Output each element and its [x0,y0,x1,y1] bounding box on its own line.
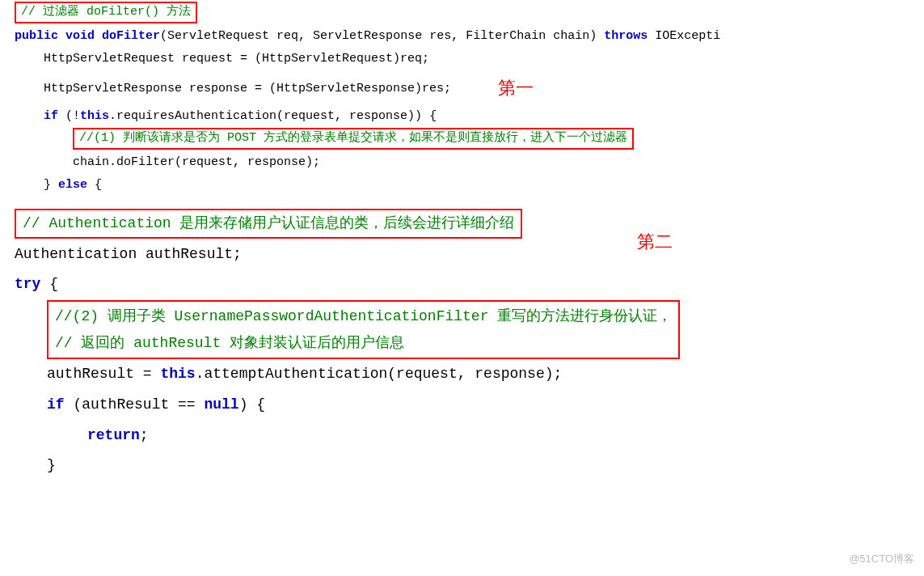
comment-text: //(2) 调用子类 UsernamePasswordAuthenticatio… [55,308,672,324]
code-line: HttpServletResponse response = (HttpServ… [15,71,909,105]
code-line: if (!this.requiresAuthentication(request… [15,105,909,129]
comment-line-2: //(1) 判断该请求是否为 POST 方式的登录表单提交请求，如果不是则直接放… [15,128,909,151]
comment-line-4: //(2) 调用子类 UsernamePasswordAuthenticatio… [15,300,909,359]
code-line: try { [15,269,909,300]
code-line: if (authResult == null) { [15,390,909,421]
comment-line-1: // 过滤器 doFilter() 方法 [15,2,909,25]
comment-text: // Authentication 是用来存储用户认证信息的类，后续会进行详细介… [23,215,514,231]
annotation-2: 第二 [637,223,673,260]
code-line: return; [15,421,909,451]
code-block-2: // Authentication 是用来存储用户认证信息的类，后续会进行详细介… [0,201,924,485]
code-line: Authentication authResult; [15,239,909,270]
comment-text: //(1) 判断该请求是否为 POST 方式的登录表单提交请求，如果不是则直接放… [79,131,627,145]
comment-line-3: // Authentication 是用来存储用户认证信息的类，后续会进行详细介… [15,209,909,239]
code-line: authResult = this.attemptAuthentication(… [15,359,909,390]
code-line: } else { [15,174,909,197]
code-line: HttpServletRequest request = (HttpServle… [15,48,909,71]
comment-text: // 过滤器 doFilter() 方法 [21,5,191,19]
comment-text: // 返回的 authResult 对象封装认证后的用户信息 [55,335,404,351]
method-signature: public void doFilter(ServletRequest req,… [15,25,909,49]
code-line: } [15,451,909,481]
code-line: chain.doFilter(request, response); [15,151,909,175]
code-block-1: // 过滤器 doFilter() 方法 public void doFilte… [0,0,924,201]
annotation-1: 第一 [498,71,534,105]
